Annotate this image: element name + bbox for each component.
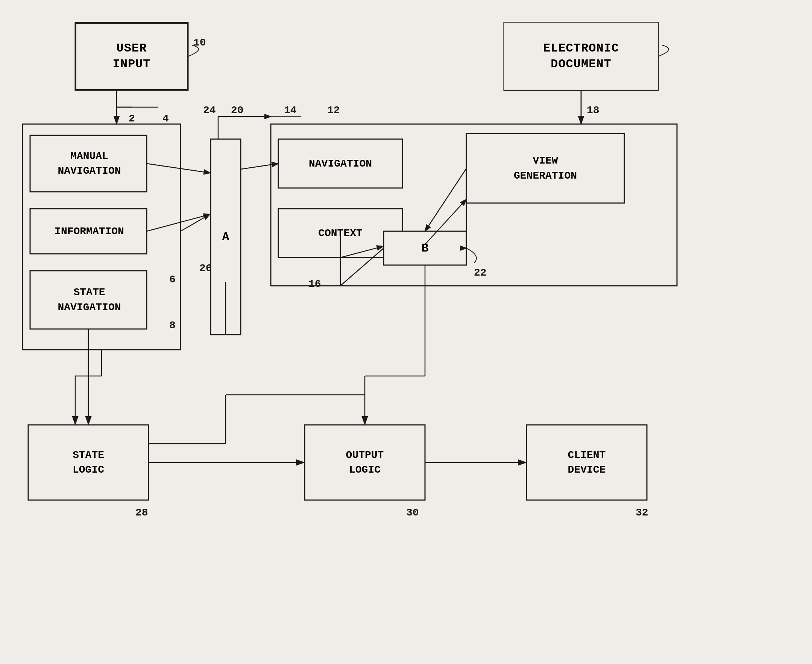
electronic-document-box: ELECTRONIC DOCUMENT [504, 23, 658, 90]
label-30: 30 [406, 507, 419, 519]
label-2: 2 [129, 113, 135, 124]
label-24: 24 [203, 104, 216, 116]
svg-line-22 [147, 214, 210, 231]
label-4: 4 [163, 113, 169, 124]
a-label: A [210, 139, 241, 335]
b-label: B [384, 231, 466, 265]
navigation-label: NAVIGATION [278, 139, 403, 188]
svg-line-46 [425, 168, 466, 231]
label-22: 22 [474, 267, 487, 278]
label-14: 14 [284, 104, 297, 116]
label-18: 18 [587, 104, 600, 116]
information-label: INFORMATION [32, 209, 147, 254]
svg-line-39 [181, 214, 210, 231]
label-6: 6 [169, 274, 176, 285]
diagram: USER INPUT ELECTRONIC DOCUMENT MANUALNAV… [0, 0, 812, 664]
manual-navigation-label: MANUALNAVIGATION [32, 135, 147, 192]
view-generation-label: VIEWGENERATION [466, 133, 624, 203]
svg-line-23 [241, 164, 278, 169]
user-input-box: USER INPUT [75, 23, 188, 90]
diagram-svg [0, 0, 812, 664]
output-logic-label: OUTPUTLOGIC [305, 425, 425, 500]
label-8: 8 [169, 320, 176, 331]
label-20: 20 [231, 104, 244, 116]
label-10: 10 [193, 37, 206, 49]
label-28: 28 [135, 507, 148, 519]
label-12: 12 [327, 104, 340, 116]
state-navigation-label: STATENAVIGATION [32, 271, 147, 329]
state-logic-label: STATELOGIC [28, 425, 148, 500]
label-16: 16 [308, 278, 321, 290]
label-32: 32 [636, 507, 648, 519]
label-26: 26 [199, 262, 212, 274]
svg-line-21 [147, 164, 210, 173]
client-device-label: CLIENTDEVICE [527, 425, 647, 500]
